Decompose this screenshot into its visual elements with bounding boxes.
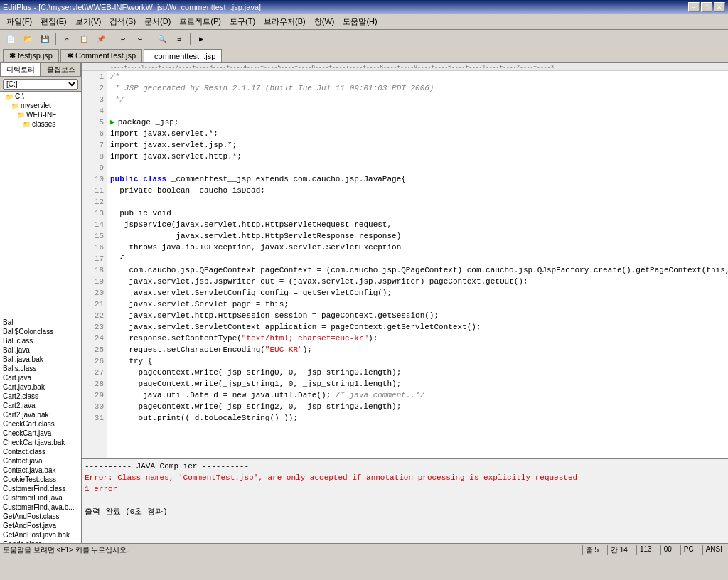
code-comment: * JSP generated by Resin 2.1.17 (built T… bbox=[110, 84, 434, 92]
file-item[interactable]: CustomerFind.java.b... bbox=[0, 503, 81, 512]
file-item[interactable]: Cart.java.bak bbox=[0, 382, 81, 392]
keyword: public class bbox=[110, 175, 166, 183]
line-number: 6 bbox=[85, 128, 104, 139]
file-item[interactable]: GetAndPost.java bbox=[0, 521, 81, 530]
replace-button[interactable]: ⇄ bbox=[171, 31, 187, 47]
tree-item-c[interactable]: 📁 C:\ bbox=[0, 92, 81, 101]
tree-item-webinf[interactable]: 📁 WEB-INF bbox=[0, 110, 81, 119]
code-line: { bbox=[110, 253, 725, 264]
code-line bbox=[110, 105, 725, 117]
maximize-button[interactable]: □ bbox=[701, 2, 712, 12]
line-number: 9 bbox=[85, 162, 104, 173]
title-text: EditPlus - [C:\myservlet\WWEB-INF\workW_… bbox=[3, 3, 261, 11]
line-number: 19 bbox=[85, 276, 104, 287]
file-item[interactable]: Cart2.java.bak bbox=[0, 410, 81, 419]
file-item[interactable]: GetAndPost.java.bak bbox=[0, 530, 81, 539]
file-item[interactable]: Cart2.class bbox=[0, 392, 81, 401]
paste-button[interactable]: 📌 bbox=[93, 31, 109, 47]
file-item[interactable]: Cart.java bbox=[0, 373, 81, 382]
menu-item-t[interactable]: 도구(T) bbox=[226, 16, 259, 28]
menu-item-f[interactable]: 파일(F) bbox=[3, 16, 36, 28]
code-line: java.util.Date d = new java.util.Date();… bbox=[110, 390, 725, 401]
tree-item-myservlet[interactable]: 📁 myservlet bbox=[0, 101, 81, 110]
drive-select[interactable]: [C:] bbox=[3, 79, 78, 90]
menu-item-d[interactable]: 문서(D) bbox=[141, 16, 174, 28]
file-item[interactable]: CheckCart.class bbox=[0, 419, 81, 429]
code-line: ▶package _jsp; bbox=[110, 117, 725, 128]
cut-button[interactable]: ✂ bbox=[59, 31, 75, 47]
tree-item-classes[interactable]: 📁 classes bbox=[0, 119, 81, 129]
line-number: 1 bbox=[85, 71, 104, 82]
menu-item-s[interactable]: 검색(S) bbox=[106, 16, 139, 28]
file-item[interactable]: Cart2.java bbox=[0, 401, 81, 410]
folder-icon: 📁 bbox=[11, 102, 19, 109]
undo-button[interactable]: ↩ bbox=[115, 31, 131, 47]
save-button[interactable]: 💾 bbox=[37, 31, 53, 47]
file-item[interactable]: Goods.class bbox=[0, 539, 81, 544]
code-area[interactable]: /* * JSP generated by Resin 2.1.17 (buil… bbox=[107, 71, 728, 458]
menu-item-h[interactable]: 도움말(H) bbox=[339, 16, 380, 28]
line-number: 11 bbox=[85, 185, 104, 196]
copy-button[interactable]: 📋 bbox=[76, 31, 92, 47]
file-item[interactable]: GetAndPost.class bbox=[0, 512, 81, 521]
tab-commenttest-java[interactable]: _commenttest_.jsp bbox=[144, 49, 222, 62]
menu-item-v[interactable]: 보기(V) bbox=[72, 16, 105, 28]
code-line: public void bbox=[110, 208, 725, 219]
code-line: */ bbox=[110, 94, 725, 105]
line-number: 4 bbox=[85, 105, 104, 117]
new-button[interactable]: 📄 bbox=[3, 31, 18, 47]
sidebar-tab-clipboard[interactable]: 클립보스 bbox=[41, 63, 81, 77]
file-item[interactable]: Contact.class bbox=[0, 447, 81, 456]
file-item[interactable]: Ball.class bbox=[0, 336, 81, 345]
tab-testjsp[interactable]: ✱ testjsp.jsp bbox=[3, 49, 59, 62]
menu-item-b[interactable]: 브라우저(B) bbox=[260, 16, 309, 28]
file-item[interactable]: Contact.java bbox=[0, 456, 81, 466]
run-button[interactable]: ▶ bbox=[193, 31, 209, 47]
menu-item-w[interactable]: 창(W) bbox=[311, 16, 338, 28]
code-line: javax.servlet.ServletConfig config = get… bbox=[110, 287, 725, 299]
minimize-button[interactable]: − bbox=[688, 2, 700, 12]
code-comment: /* bbox=[110, 72, 119, 81]
sidebar-tab-directory[interactable]: 디렉토리 bbox=[0, 63, 41, 77]
tab-bar: ✱ testjsp.jsp ✱ CommentTest.jsp _comment… bbox=[0, 48, 728, 63]
tab-commenttest[interactable]: ✱ CommentTest.jsp bbox=[60, 49, 142, 62]
menu-item-p[interactable]: 프로젝트(P) bbox=[176, 16, 225, 28]
line-number: 30 bbox=[85, 401, 104, 412]
status-col: 칸 14 bbox=[607, 545, 631, 555]
file-item[interactable]: Balls.class bbox=[0, 364, 81, 373]
find-button[interactable]: 🔍 bbox=[154, 31, 170, 47]
file-item[interactable]: CheckCart.java bbox=[0, 429, 81, 438]
line-number: 29 bbox=[85, 390, 104, 401]
menu-item-e[interactable]: 편집(E) bbox=[37, 16, 70, 28]
line-number: 15 bbox=[85, 230, 104, 242]
line-number: 21 bbox=[85, 299, 104, 310]
file-item[interactable]: Ball$Color.class bbox=[0, 327, 81, 336]
file-item[interactable]: Contact.java.bak bbox=[0, 466, 81, 475]
code-line: import javax.servlet.*; bbox=[110, 128, 725, 139]
string-literal: "text/html; charset=euc-kr" bbox=[242, 334, 368, 343]
close-button[interactable]: ✕ bbox=[714, 2, 725, 12]
code-line: _jspService(javax.servlet.http.HttpServl… bbox=[110, 219, 725, 230]
code-line: com.caucho.jsp.QPageContext pageContext … bbox=[110, 264, 725, 276]
file-item[interactable]: CustomerFind.java bbox=[0, 493, 81, 503]
ruler-text: ----+----1----+----2----+----3----+----4… bbox=[110, 63, 554, 70]
sidebar: 디렉토리 클립보스 [C:] 📁 C:\ 📁 myservlet 📁 WEB-I… bbox=[0, 63, 82, 543]
file-item[interactable]: Ball.java.bak bbox=[0, 355, 81, 364]
code-line: pageContext.write(_jsp_string2, 0, _jsp_… bbox=[110, 401, 725, 412]
code-line: public class _commenttest__jsp extends c… bbox=[110, 173, 725, 185]
open-button[interactable]: 📂 bbox=[20, 31, 36, 47]
separator3 bbox=[151, 33, 151, 45]
file-item[interactable]: Ball bbox=[0, 318, 81, 327]
folder-icon: 📁 bbox=[17, 112, 25, 119]
code-line: * JSP generated by Resin 2.1.17 (built T… bbox=[110, 82, 725, 94]
file-item[interactable]: Ball.java bbox=[0, 345, 81, 355]
redo-button[interactable]: ↪ bbox=[132, 31, 148, 47]
code-line: request.setCharacterEncoding("EUC-KR"); bbox=[110, 344, 725, 355]
line-number: 16 bbox=[85, 242, 104, 253]
folder-icon: 📁 bbox=[23, 121, 31, 128]
file-item[interactable]: CustomerFind.class bbox=[0, 484, 81, 493]
file-item[interactable]: CheckCart.java.bak bbox=[0, 438, 81, 447]
code-line: response.setContentType("text/html; char… bbox=[110, 333, 725, 344]
file-item[interactable]: CookieTest.class bbox=[0, 475, 81, 484]
code-line: throws java.io.IOException, javax.servle… bbox=[110, 242, 725, 253]
